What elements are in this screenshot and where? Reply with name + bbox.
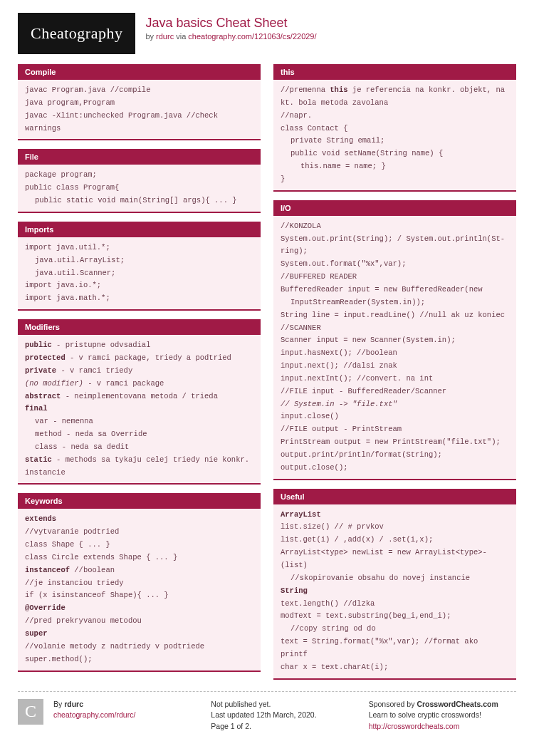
code-line: (list) xyxy=(281,559,509,572)
code-line: public void setName(String name) { xyxy=(281,147,509,160)
footer-by-label: By xyxy=(53,700,64,708)
block-header: I/O xyxy=(273,200,516,216)
block-header: Modifiers xyxy=(18,319,261,335)
sponsor-label: Sponsored by xyxy=(369,700,417,708)
code-line: private - v ramci triedy xyxy=(25,365,253,378)
block-body: //KONZOLASystem.out.print(String); / Sys… xyxy=(273,216,516,480)
cheat-block: UsefulArrayListlist.size() // # prvkovli… xyxy=(273,489,516,680)
cheat-block: Compilejavac Program.java //compilejava … xyxy=(18,64,261,140)
sponsor-name: CrosswordCheats.com xyxy=(417,700,498,708)
code-line: super xyxy=(25,628,253,641)
block-header: Imports xyxy=(18,222,261,237)
code-line: //pred prekryvanou metodou xyxy=(25,615,253,628)
code-line: public - pristupne odvsadial xyxy=(25,339,253,352)
code-line: ArrayList xyxy=(281,509,509,522)
code-line: javac Program.java //compile xyxy=(25,84,253,97)
code-line: kt. bola metoda zavolana xyxy=(281,97,509,110)
code-line: private String email; xyxy=(281,135,509,147)
author-link[interactable]: rdurc xyxy=(156,32,174,41)
code-line: super.method(); xyxy=(25,653,253,666)
code-line: Scanner input = new Scanner(System.in); xyxy=(281,334,509,347)
code-line: javac -Xlint:unchecked Program.java //ch… xyxy=(25,110,253,123)
code-line: if (x isinstanceof Shape){ ... } xyxy=(25,589,253,602)
block-header: Useful xyxy=(273,489,516,504)
code-line: modText = text.substring(beg_i,end_i); xyxy=(281,610,509,623)
code-line: public static void main(String[] args){ … xyxy=(25,195,253,207)
footer-author-name: rdurc xyxy=(64,700,83,708)
footer-sponsor: Sponsored by CrosswordCheats.com Learn t… xyxy=(369,699,516,732)
code-line: ArrayList<type> newList = new ArrayList<… xyxy=(281,547,509,559)
code-line: list.get(i) / ,add(x) / .set(i,x); xyxy=(281,534,509,547)
block-body: package program;public class Program{pub… xyxy=(18,165,261,213)
code-line: java.util.ArrayList; xyxy=(25,254,253,267)
code-line: public class Program{ xyxy=(25,182,253,195)
code-line: instanceof //boolean xyxy=(25,564,253,577)
block-body: ArrayListlist.size() // # prvkovlist.get… xyxy=(273,504,516,680)
code-line: //vytvaranie podtried xyxy=(25,526,253,539)
code-line: //napr. xyxy=(281,110,509,123)
code-line: java program,Program xyxy=(25,97,253,110)
block-body: extends//vytvaranie podtriedclass Shape … xyxy=(18,509,261,671)
code-line: import java.util.*; xyxy=(25,242,253,254)
code-line: warnings xyxy=(25,123,253,135)
code-line: //je instanciou triedy xyxy=(25,577,253,590)
sponsor-url[interactable]: http://crosswordcheats.com xyxy=(369,722,460,730)
code-line: PrintStream output = new PrintStream("fi… xyxy=(281,436,509,449)
code-line: text.length() //dlzka xyxy=(281,598,509,611)
block-header: Compile xyxy=(18,64,261,80)
code-line: //FILE input - BufferedReader/Scanner xyxy=(281,385,509,398)
code-line: class - neda sa dedit xyxy=(25,441,253,454)
byline: by rdurc via cheatography.com/121063/cs/… xyxy=(145,32,316,41)
footer-published: Not published yet. xyxy=(211,699,358,710)
right-column: this//premenna this je referencia na kon… xyxy=(273,64,516,680)
code-line: class Circle extends Shape { ... } xyxy=(25,552,253,564)
page-header: Cheatography Java basics Cheat Sheet by … xyxy=(18,13,516,54)
code-line: InputStreamReader(System.in)); xyxy=(281,296,509,309)
block-body: javac Program.java //compilejava program… xyxy=(18,80,261,140)
code-line: (no modifier) - v ramci package xyxy=(25,378,253,390)
code-line: String xyxy=(281,585,509,598)
code-line: final xyxy=(25,403,253,415)
code-line: list.size() // # prvkov xyxy=(281,521,509,534)
code-line: output.close(); xyxy=(281,462,509,475)
footer-author: By rdurc cheatography.com/rdurc/ xyxy=(53,699,201,732)
page-title: Java basics Cheat Sheet xyxy=(145,16,316,31)
code-line: import java.math.*; xyxy=(25,292,253,305)
title-block: Java basics Cheat Sheet by rdurc via che… xyxy=(145,13,316,54)
code-line: char x = text.charAt(i); xyxy=(281,661,509,674)
code-line: input.nextInt(); //convert. na int xyxy=(281,373,509,385)
code-line: output.print/println/format(String); xyxy=(281,449,509,462)
code-line: instancie xyxy=(25,467,253,480)
code-line: this.name = name; } xyxy=(281,160,509,173)
cheat-block: Filepackage program;public class Program… xyxy=(18,149,261,213)
code-line: @Override xyxy=(25,602,253,615)
code-line: package program; xyxy=(25,169,253,182)
code-line: //KONZOLA xyxy=(281,220,509,233)
code-line: //SCANNER xyxy=(281,322,509,335)
block-header: Keywords xyxy=(18,493,261,509)
code-line: //premenna this je referencia na konkr. … xyxy=(281,84,509,97)
code-line: input.hasNext(); //boolean xyxy=(281,347,509,360)
footer-meta: Not published yet. Last updated 12th Mar… xyxy=(211,699,358,732)
cheat-block: this//premenna this je referencia na kon… xyxy=(273,64,516,192)
code-line: extends xyxy=(25,513,253,526)
code-line: static - methods sa tykaju celej triedy … xyxy=(25,454,253,467)
code-line: //copy string od do xyxy=(281,623,509,636)
cheat-block: Modifierspublic - pristupne odvsadialpro… xyxy=(18,319,261,485)
code-line: abstract - neimplementovana metoda / tri… xyxy=(25,390,253,403)
code-line: //skopirovanie obsahu do novej instancie xyxy=(281,572,509,585)
code-line: BufferedReader input = new BufferedReade… xyxy=(281,284,509,296)
code-line: java.util.Scanner; xyxy=(25,267,253,280)
cheat-block: Keywordsextends//vytvaranie podtriedclas… xyxy=(18,493,261,671)
footer-author-url[interactable]: cheatography.com/rdurc/ xyxy=(53,710,135,719)
code-line: //BUFFERED READER xyxy=(281,271,509,284)
code-line: ring); xyxy=(281,245,509,258)
source-url-link[interactable]: cheatography.com/121063/cs/22029/ xyxy=(188,32,316,41)
block-header: File xyxy=(18,149,261,165)
code-line: input.close() xyxy=(281,410,509,423)
code-line: method - neda sa Override xyxy=(25,428,253,441)
code-line: protected - v ramci package, triedy a po… xyxy=(25,352,253,365)
avatar: C xyxy=(18,699,43,725)
code-line: //FILE output - PrintStream xyxy=(281,423,509,436)
code-line: var - nemenna xyxy=(25,415,253,428)
